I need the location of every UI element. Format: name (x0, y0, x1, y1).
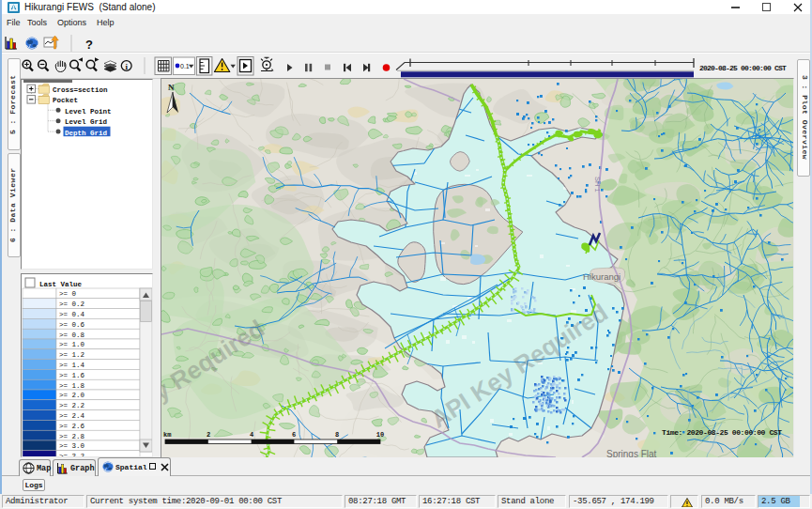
svg-text:>= 0.2: >= 0.2 (59, 301, 84, 308)
svg-text:>= 1.0: >= 1.0 (59, 341, 85, 348)
svg-text:6: 6 (292, 431, 296, 439)
svg-text:Pocket: Pocket (53, 97, 78, 104)
svg-text:Level Point: Level Point (65, 108, 112, 116)
svg-text:km: km (163, 431, 171, 439)
svg-text:>= 2.0: >= 2.0 (59, 392, 85, 399)
svg-text:>= 2.8: >= 2.8 (59, 433, 84, 440)
svg-text:Springs Flat: Springs Flat (606, 449, 657, 457)
svg-text:?: ? (85, 38, 93, 52)
svg-text:>= 2.4: >= 2.4 (59, 412, 85, 420)
svg-text:>= 1.2: >= 1.2 (59, 351, 84, 359)
svg-text:>= 0.8: >= 0.8 (59, 332, 84, 339)
svg-text:Time: 2020-08-25 00:00:00 CST: Time: 2020-08-25 00:00:00 CST (662, 428, 782, 437)
svg-text:>= 2.6: >= 2.6 (59, 423, 85, 430)
svg-text:>= 1.8: >= 1.8 (59, 382, 84, 390)
svg-text:N: N (168, 83, 175, 92)
svg-text:Depth Grid: Depth Grid (65, 130, 107, 137)
svg-text:4: 4 (250, 431, 253, 439)
svg-text:SH 1: SH 1 (593, 177, 602, 193)
svg-text:>= 1.4: >= 1.4 (59, 362, 85, 369)
svg-text:10: 10 (376, 431, 384, 439)
svg-text:Last Value: Last Value (39, 281, 83, 288)
svg-text:2: 2 (207, 431, 210, 439)
svg-text:Cross=section: Cross=section (53, 86, 108, 94)
svg-text:>= 2.2: >= 2.2 (59, 402, 84, 409)
svg-text:0.1: 0.1 (180, 63, 190, 69)
svg-text:>= 3.2: >= 3.2 (59, 453, 84, 456)
svg-text:>= 3.0: >= 3.0 (59, 442, 85, 450)
svg-text:Hikurangi: Hikurangi (583, 271, 620, 282)
svg-text:8: 8 (335, 431, 339, 439)
svg-text:>= 1.6: >= 1.6 (59, 372, 85, 379)
svg-text:>= 0.6: >= 0.6 (59, 321, 85, 329)
svg-text:Level Grid: Level Grid (65, 118, 107, 126)
svg-text:i: i (125, 62, 128, 71)
svg-text:>= 0.4: >= 0.4 (59, 311, 85, 318)
svg-text:2020-08-25 00:00:00 CST: 2020-08-25 00:00:00 CST (699, 64, 787, 72)
svg-text:>= 0: >= 0 (59, 290, 77, 298)
